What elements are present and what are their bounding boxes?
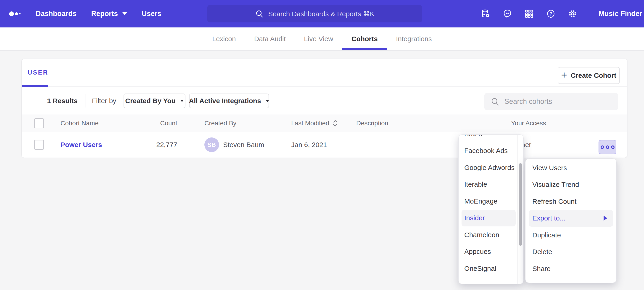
menu-item-appcues[interactable]: Appcues	[458, 243, 524, 260]
menu-item-insider[interactable]: Insider	[462, 210, 516, 227]
create-cohort-button[interactable]: + Create Cohort	[558, 67, 620, 84]
col-your-access[interactable]: Your Access	[511, 115, 546, 132]
context-menu-list: View Users Visualize Trend Refresh Count…	[526, 159, 616, 277]
menu-item-onesignal[interactable]: OneSignal	[458, 260, 524, 277]
tab-lexicon[interactable]: Lexicon	[212, 28, 236, 50]
avatar: SB	[204, 137, 219, 152]
col-last-modified[interactable]: Last Modified	[291, 115, 338, 132]
chevron-down-icon	[122, 12, 127, 15]
cohorts-page: Dashboards Reports Users Search Dashboar…	[0, 0, 644, 290]
menu-item-delete[interactable]: Delete	[526, 244, 616, 260]
menu-item-refresh-count[interactable]: Refresh Count	[526, 193, 616, 210]
more-options-icon	[600, 146, 604, 149]
top-right-actions: ? Music Finder	[481, 0, 644, 28]
cohort-context-menu: View Users Visualize Trend Refresh Count…	[525, 159, 616, 283]
menu-item-moengage[interactable]: MoEngage	[458, 193, 524, 210]
data-governance-icon[interactable]	[481, 9, 490, 19]
scrollbar-track[interactable]	[518, 135, 524, 284]
menu-item-duplicate[interactable]: Duplicate	[526, 227, 616, 244]
menu-item-visualize-trend[interactable]: Visualize Trend	[526, 176, 616, 193]
tab-data-audit[interactable]: Data Audit	[254, 28, 286, 50]
project-name: Music Finder	[598, 10, 642, 18]
menu-item-chameleon[interactable]: Chameleon	[458, 226, 524, 243]
chevron-down-icon	[266, 100, 269, 102]
col-description[interactable]: Description	[356, 115, 388, 132]
created-by-name: Steven Baum	[223, 141, 264, 149]
last-modified-date: Jan 6, 2021	[291, 141, 327, 149]
mixpanel-logo-icon[interactable]	[9, 0, 20, 28]
plus-icon: +	[561, 70, 567, 80]
cohort-count: 22,777	[156, 141, 177, 149]
cohort-name-link[interactable]: Power Users	[60, 141, 102, 149]
top-nav-bar: Dashboards Reports Users Search Dashboar…	[0, 0, 644, 28]
tab-integrations[interactable]: Integrations	[396, 28, 432, 50]
col-cohort-name[interactable]: Cohort Name	[60, 115, 99, 132]
apps-grid-icon[interactable]	[524, 9, 534, 19]
global-search-input[interactable]: Search Dashboards & Reports ⌘K	[207, 5, 422, 22]
filter-by-label: Filter by	[92, 97, 116, 105]
cohort-search-box	[484, 93, 618, 110]
row-actions-button[interactable]	[598, 140, 616, 154]
nav-dashboards[interactable]: Dashboards	[36, 10, 76, 18]
data-management-tabs: Lexicon Data Audit Live View Cohorts Int…	[0, 28, 644, 51]
scrollbar-thumb[interactable]	[519, 163, 522, 246]
integrations-filter-dropdown[interactable]: All Active Integrations	[189, 94, 269, 108]
export-destinations-menu: Braze Facebook Ads Google Adwords Iterab…	[458, 134, 524, 284]
settings-icon[interactable]	[568, 9, 577, 19]
table-header: Cohort Name Count Created By Last Modifi…	[22, 115, 627, 132]
cohort-type-tabbar: USER + Create Cohort	[22, 59, 627, 87]
menu-item-share[interactable]: Share	[526, 260, 616, 277]
table-row[interactable]: Power Users 22,777 SB Steven Baum Jan 6,…	[22, 132, 627, 158]
col-count[interactable]: Count	[120, 115, 177, 132]
chevron-down-icon	[180, 100, 184, 102]
primary-nav: Dashboards Reports Users	[36, 0, 162, 28]
tab-live-view[interactable]: Live View	[304, 28, 333, 50]
menu-item-google-adwords[interactable]: Google Adwords	[458, 159, 524, 176]
cohort-search-input[interactable]	[504, 97, 610, 106]
tab-cohorts[interactable]: Cohorts	[352, 28, 378, 50]
row-checkbox[interactable]	[34, 140, 44, 150]
menu-item-facebook-ads[interactable]: Facebook Ads	[458, 142, 524, 160]
nav-reports[interactable]: Reports	[91, 10, 127, 18]
created-by-filter-dropdown[interactable]: Created By You	[124, 94, 186, 108]
select-all-checkbox[interactable]	[34, 118, 44, 128]
menu-item-view-users[interactable]: View Users	[526, 160, 616, 176]
svg-text:?: ?	[550, 11, 552, 17]
help-icon[interactable]: ?	[546, 9, 556, 19]
tab-user-cohorts[interactable]: USER	[28, 69, 48, 76]
sort-icon	[332, 119, 338, 127]
submenu-arrow-icon	[604, 216, 607, 221]
search-icon	[255, 9, 264, 18]
cohorts-card: USER + Create Cohort 1 Results Filter by…	[22, 59, 627, 158]
menu-item-iterable[interactable]: Iterable	[458, 176, 524, 193]
feedback-icon[interactable]	[503, 9, 512, 19]
menu-item-braze[interactable]: Braze	[458, 134, 524, 142]
results-count: 1 Results	[47, 97, 78, 105]
active-tab-underline	[22, 85, 48, 87]
nav-users[interactable]: Users	[142, 10, 161, 18]
filter-bar: 1 Results Filter by Created By You All A…	[22, 87, 627, 115]
col-created-by[interactable]: Created By	[204, 115, 236, 132]
export-destinations-list: Braze Facebook Ads Google Adwords Iterab…	[458, 134, 524, 277]
project-switcher[interactable]: Music Finder	[598, 10, 644, 18]
search-icon	[490, 97, 500, 106]
global-search-placeholder: Search Dashboards & Reports ⌘K	[268, 10, 374, 18]
divider	[85, 94, 86, 107]
menu-item-export-to[interactable]: Export to...	[529, 210, 613, 227]
